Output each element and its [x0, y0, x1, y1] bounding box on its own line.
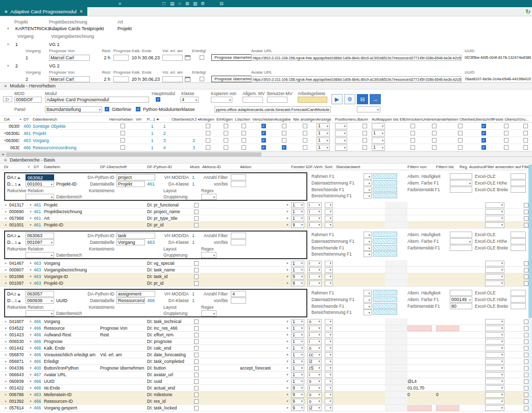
filtern-von-cell[interactable]	[407, 398, 436, 404]
filtern-bis-cell[interactable]	[436, 222, 460, 228]
untereinander-checkbox[interactable]	[432, 124, 437, 128]
star-icon[interactable]: ☆	[178, 1, 182, 7]
reg-ausdruck-cell[interactable]	[460, 325, 485, 331]
db-item-row[interactable]: ▸057814▾466Vorgang gesperrtDI: task_lock…	[0, 405, 532, 411]
df-ueberschrift-cell[interactable]	[100, 345, 147, 351]
tab-close-icon[interactable]: ×	[80, 9, 83, 14]
dt-cell[interactable]: 466	[34, 332, 44, 338]
klasse-dropdown[interactable]: 4▾	[180, 97, 199, 103]
filtern-von-cell[interactable]	[407, 352, 436, 358]
di-dropdown-icon[interactable]: ▾	[28, 215, 34, 221]
dt-cell[interactable]: 466	[34, 338, 44, 345]
df-ueberschrift-cell[interactable]: Rest	[100, 332, 147, 338]
filter-deak-checkbox[interactable]	[524, 379, 528, 384]
standardwert-cell[interactable]	[336, 392, 385, 398]
sort-dropdown[interactable]: ▾	[325, 326, 333, 331]
db-item-row[interactable]: ▸001098▾463Vorgangs-IDDI: task_id▾9▾i▾▾▾	[0, 273, 532, 280]
reg-ausdruck-cell[interactable]	[460, 385, 485, 391]
module-list-icon[interactable]: ▶	[331, 94, 343, 104]
datentabelle-field[interactable]: Projekt	[116, 181, 145, 187]
ueberschrift-checkbox[interactable]: ✓	[481, 138, 486, 143]
fenster-dropdown[interactable]: 1▾	[291, 352, 304, 358]
fenster-dropdown[interactable]: 9▾	[291, 281, 304, 286]
da-cell[interactable]: 063059	[4, 123, 19, 129]
feste-ueberschrift-checkbox[interactable]	[504, 145, 509, 150]
dt-cell[interactable]: 466	[34, 358, 44, 364]
prognose-field[interactable]	[113, 55, 129, 61]
aktion-dropdown-icon[interactable]: ▾	[284, 332, 291, 338]
vorgang-cell[interactable]: 2	[26, 76, 49, 82]
df-ueberschrift-cell[interactable]	[100, 405, 147, 411]
dt-cell[interactable]: 463	[34, 280, 44, 286]
filtern-bis-cell[interactable]	[436, 267, 460, 273]
filtern-von-cell[interactable]	[407, 405, 436, 411]
aktion-cell[interactable]	[240, 345, 284, 351]
df-python-id-cell[interactable]: DI: task_id	[147, 273, 190, 280]
dt-cell[interactable]: 461	[34, 215, 44, 221]
filtern-bis-cell[interactable]: 0	[436, 392, 460, 398]
filtern-bis-cell[interactable]	[436, 345, 460, 351]
excel-field[interactable]	[511, 173, 526, 179]
filter-deak-checkbox[interactable]	[524, 268, 528, 272]
aktion-cell[interactable]	[240, 215, 284, 221]
standardwert-cell[interactable]	[336, 345, 385, 351]
muss-checkbox[interactable]	[194, 326, 199, 331]
gruppierung-dropdown[interactable]: ▾	[201, 310, 216, 316]
standardwert-cell[interactable]	[336, 378, 385, 384]
f1-dropdown[interactable]: ▾	[364, 173, 372, 179]
df-ueberschrift-cell[interactable]	[100, 209, 147, 215]
dt-cell[interactable]: 466	[34, 378, 44, 384]
expander-icon[interactable]: ▾	[7, 42, 15, 47]
positionierung-dropdown[interactable]: ▾	[335, 130, 347, 136]
fenster-dropdown[interactable]: 1▾	[291, 372, 304, 378]
filtern-von-cell[interactable]	[407, 318, 436, 325]
standardwert-cell[interactable]	[336, 267, 385, 273]
sort-dropdown[interactable]: ▾	[325, 339, 333, 345]
di-cell[interactable]: 041317	[9, 202, 28, 208]
aktion-dropdown-icon[interactable]: ▾	[284, 202, 291, 208]
anzahl-filter-field[interactable]	[231, 174, 246, 180]
oberbereich-cell[interactable]	[172, 130, 199, 136]
reg-ausdruck-cell[interactable]	[460, 352, 485, 358]
ausgabe-checkbox[interactable]: ✓	[282, 145, 286, 150]
df-verh-dropdown[interactable]: i▾	[307, 222, 322, 228]
db-item-row[interactable]: ▸004336▾400Button/IronPythonPrognose übe…	[0, 365, 532, 372]
standardwert-cell[interactable]	[336, 358, 385, 364]
dt-cell[interactable]: 466	[34, 405, 44, 411]
einruecken-checkbox[interactable]	[410, 124, 415, 128]
kalk-ende-cell[interactable]: 10 h 30.06.23	[132, 54, 162, 61]
feste-ueberschrift-checkbox[interactable]	[504, 138, 509, 143]
db-item-row[interactable]: ▸001442▾466Kalk. EndeDI: calc_end▾1▾o▾▾▾	[0, 345, 532, 352]
printer-icon[interactable]: ⊟	[220, 1, 224, 7]
rows-icon[interactable]: ▤	[170, 1, 175, 7]
row-expander-icon[interactable]: ▸	[4, 405, 9, 411]
row-expander-icon[interactable]: ▸	[4, 398, 9, 404]
dt-cell[interactable]: 466	[34, 398, 44, 404]
muss-checkbox[interactable]	[194, 353, 199, 357]
module-options-dropdown[interactable]: ▾	[357, 106, 380, 112]
filter-anwenden-dropdown[interactable]: ▾	[485, 274, 504, 280]
print-icon[interactable]: ⊟	[357, 94, 368, 104]
altern-farbe-dropdown[interactable]: ▾	[450, 180, 472, 186]
verschieben-checkbox[interactable]: ✓	[261, 138, 266, 143]
sort-dropdown[interactable]: ▾	[325, 274, 333, 280]
standardwert-cell[interactable]	[336, 365, 385, 371]
fenster-dropdown[interactable]: 9▾	[291, 399, 304, 404]
scroll-left-icon[interactable]: ◂	[0, 152, 6, 157]
di-dropdown-icon[interactable]: ▾	[28, 338, 34, 345]
df-python-id-cell[interactable]: DI: task_name	[147, 267, 190, 273]
standardwert-cell[interactable]	[336, 209, 385, 215]
df-verh-dropdown[interactable]: o▾	[307, 399, 322, 404]
df-ueberschrift-cell[interactable]	[100, 378, 147, 384]
prognose-von-field[interactable]: Marcel Carl	[49, 76, 90, 82]
project-row[interactable]: ▾ KARTENTRICKS Adaptive Cards Testprojek…	[0, 25, 532, 32]
df-ueberschrift-cell[interactable]: Vsl. erl. am	[100, 352, 147, 358]
vsl-field[interactable]	[162, 76, 183, 82]
hervorheben-checkbox[interactable]	[120, 131, 125, 135]
row-expander-icon[interactable]: ▸	[4, 318, 9, 325]
di-dropdown-icon[interactable]: ▾	[28, 352, 34, 358]
dateitem-cell[interactable]: Projekt-ID	[44, 222, 100, 228]
standardwert-cell[interactable]	[336, 332, 385, 338]
gruppierung-checkbox[interactable]	[523, 138, 528, 143]
da-number[interactable]: 063057	[26, 291, 54, 297]
